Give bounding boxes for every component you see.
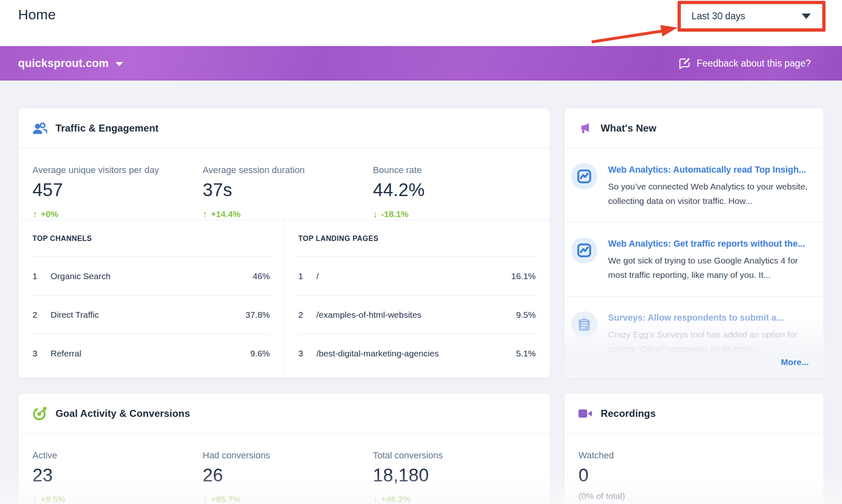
table-row: 1 / 16.1%	[298, 257, 536, 296]
goals-metrics: Active 23 ↑ +9.5% Had conversions 26 ↑ +…	[19, 434, 550, 504]
whats-new-item-link[interactable]: Web Analytics: Automatically read Top In…	[608, 165, 812, 175]
metric-had-conversions: Had conversions 26 ↑ +85.7%	[203, 450, 373, 504]
metric-change: ↑ +9.5%	[32, 494, 203, 504]
more-link[interactable]: More...	[781, 357, 809, 367]
chart-icon	[571, 237, 597, 264]
arrow-up-icon: ↑	[373, 494, 378, 504]
whats-new-item-description: So you’ve connected Web Analytics to you…	[608, 179, 812, 208]
metric-change: ↑ +0%	[32, 208, 203, 220]
chart-icon	[571, 163, 597, 190]
recordings-card: Recordings Watched 0 (0% of total)	[564, 393, 824, 504]
dashboard-page: Home Last 30 days quicksprout.com Feedba…	[0, 0, 842, 504]
feedback-label: Feedback about this page?	[697, 58, 811, 69]
page-title: Home	[18, 7, 56, 23]
traffic-metrics: Average unique visitors per day 457 ↑ +0…	[19, 148, 550, 220]
arrow-up-icon: ↑	[203, 208, 208, 220]
goals-card-header: Goal Activity & Conversions	[19, 393, 550, 434]
metric-change: ↑ +85.7%	[203, 494, 373, 504]
arrow-up-icon: ↑	[203, 494, 208, 504]
right-column: What's New Web Analytics: Automatically …	[564, 108, 824, 504]
chevron-down-icon	[802, 14, 811, 19]
megaphone-icon	[578, 123, 592, 134]
left-column: Traffic & Engagement Average unique visi…	[18, 108, 550, 504]
metric-change: ↓ -18.1%	[373, 208, 543, 220]
watched-value: 0	[578, 465, 810, 486]
metric-change: ↑ +14.4%	[203, 208, 373, 220]
arrow-down-icon: ↓	[373, 208, 378, 220]
date-range-dropdown[interactable]: Last 30 days	[681, 4, 822, 28]
top-header: Home Last 30 days	[0, 0, 842, 46]
date-range-value: Last 30 days	[692, 11, 745, 22]
whats-new-item-description: We got sick of trying to use Google Anal…	[608, 253, 812, 282]
top-channels-table: TOP CHANNELS 1 Organic Search 46% 2 Dire…	[19, 220, 285, 372]
traffic-card-header: Traffic & Engagement	[19, 108, 550, 148]
arrow-up-icon: ↑	[32, 208, 37, 220]
clipboard-icon	[571, 311, 597, 338]
feedback-link[interactable]: Feedback about this page?	[678, 58, 811, 69]
whats-new-item-link[interactable]: Web Analytics: Get traffic reports witho…	[608, 239, 812, 249]
table-row: 2 /examples-of-html-websites 9.5%	[298, 296, 536, 334]
table-row: 2 Direct Traffic 37.8%	[32, 296, 270, 334]
metric-active-goals: Active 23 ↑ +9.5%	[32, 450, 203, 504]
site-banner: quicksprout.com Feedback about this page…	[0, 46, 842, 81]
target-icon	[32, 406, 47, 421]
whats-new-item: Web Analytics: Automatically read Top In…	[564, 148, 823, 222]
metric-bounce-rate: Bounce rate 44.2% ↓ -18.1%	[373, 165, 543, 220]
site-name: quicksprout.com	[18, 57, 109, 70]
video-camera-icon	[578, 409, 592, 418]
users-icon	[32, 122, 47, 134]
goal-activity-card: Goal Activity & Conversions Active 23 ↑ …	[18, 393, 550, 504]
table-row: 1 Organic Search 46%	[32, 257, 270, 296]
top-landing-pages-header: TOP LANDING PAGES	[298, 220, 536, 257]
site-switcher-dropdown[interactable]: quicksprout.com	[18, 57, 123, 70]
whats-new-item: Web Analytics: Get traffic reports witho…	[564, 222, 823, 296]
recordings-title: Recordings	[601, 408, 656, 419]
metric-total-conversions: Total conversions 18,180 ↑ +46.2%	[373, 450, 543, 504]
whats-new-items: Web Analytics: Automatically read Top In…	[564, 148, 823, 370]
whats-new-header: What's New	[564, 108, 823, 148]
whats-new-title: What's New	[601, 123, 657, 134]
table-row: 3 Referral 9.6%	[32, 334, 270, 373]
table-row: 3 /best-digital-marketing-agencies 5.1%	[298, 334, 536, 373]
recordings-body: Watched 0 (0% of total)	[564, 434, 823, 501]
arrow-up-icon: ↑	[32, 494, 37, 504]
recordings-header: Recordings	[564, 393, 823, 434]
traffic-card-title: Traffic & Engagement	[56, 123, 159, 134]
top-landing-pages-table: TOP LANDING PAGES 1 / 16.1% 2 /examples-…	[285, 220, 550, 372]
feedback-icon	[678, 58, 691, 69]
whats-new-item-link[interactable]: Surveys: Allow respondents to submit a..…	[608, 313, 812, 323]
chevron-down-icon	[116, 62, 123, 66]
metric-avg-visitors: Average unique visitors per day 457 ↑ +0…	[32, 165, 203, 220]
goals-card-title: Goal Activity & Conversions	[56, 408, 190, 419]
metric-change: ↑ +46.2%	[373, 494, 543, 504]
watched-label: Watched	[578, 450, 810, 461]
content-area: Traffic & Engagement Average unique visi…	[0, 81, 842, 504]
annotation-arrow-icon	[590, 24, 680, 45]
top-channels-header: TOP CHANNELS	[32, 220, 270, 257]
watched-note: (0% of total)	[578, 491, 810, 501]
whats-new-card: What's New Web Analytics: Automatically …	[564, 108, 824, 378]
date-range-annotation-box: Last 30 days	[678, 1, 826, 32]
traffic-tables: TOP CHANNELS 1 Organic Search 46% 2 Dire…	[19, 220, 550, 372]
traffic-engagement-card: Traffic & Engagement Average unique visi…	[18, 108, 550, 378]
whats-new-item-description: Crazy Egg’s Surveys tool has added an op…	[608, 327, 812, 356]
metric-avg-session: Average session duration 37s ↑ +14.4%	[203, 165, 373, 220]
